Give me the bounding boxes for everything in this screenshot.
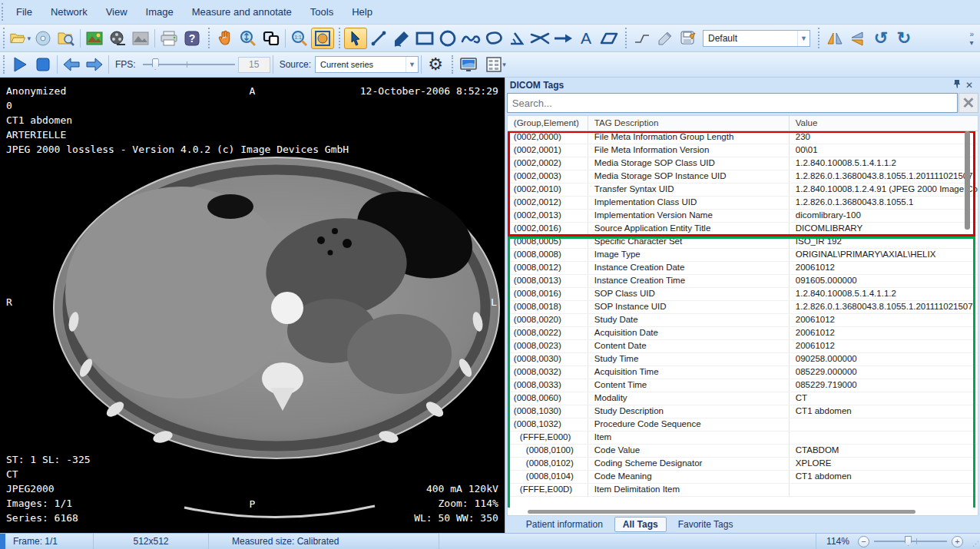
toolbar-grip[interactable] (3, 28, 7, 48)
preset-caret-icon[interactable]: ▼ (797, 31, 809, 46)
table-row[interactable]: (0008,0104)Code MeaningCT1 abdomen (508, 471, 978, 484)
table-row[interactable]: (0002,0003)Media Storage SOP Instance UI… (508, 170, 978, 184)
fullscreen-button[interactable] (457, 54, 480, 75)
table-row[interactable]: (0008,1030)Study DescriptionCT1 abdomen (508, 405, 978, 418)
copy-image-button[interactable] (129, 28, 152, 49)
zoom-slider[interactable] (874, 535, 947, 547)
toolbar-overflow-button[interactable]: »▾ (966, 30, 977, 47)
measure-line-button[interactable] (367, 28, 390, 49)
table-row[interactable]: (0002,0016)Source Application Entity Tit… (508, 223, 978, 236)
column-header-value[interactable]: Value (790, 116, 978, 131)
zoom-out-button[interactable]: − (858, 536, 869, 547)
column-header-description[interactable]: TAG Description (588, 116, 790, 131)
save-preset-button[interactable] (677, 28, 700, 49)
annotate-text-button[interactable]: A (574, 28, 598, 49)
tab-favorite-tags[interactable]: Favorite Tags (670, 517, 742, 532)
table-row[interactable]: (0008,0033)Content Time085229.719000 (508, 379, 978, 392)
rotate-left-button[interactable]: ↺ (869, 28, 892, 49)
table-row[interactable]: (0008,1032)Procedure Code Sequence (508, 418, 978, 432)
previous-frame-button[interactable] (60, 54, 83, 75)
table-row[interactable]: (0008,0102)Coding Scheme DesignatorXPLOR… (508, 458, 978, 471)
vertical-scrollbar[interactable] (965, 131, 970, 508)
tab-all-tags[interactable]: All Tags (614, 517, 667, 532)
source-caret-icon[interactable]: ▼ (406, 57, 418, 72)
measure-rectangle-button[interactable] (413, 28, 436, 49)
rotate-right-button[interactable]: ↻ (892, 28, 915, 49)
zoom-tool-button[interactable] (237, 28, 260, 49)
table-row[interactable]: (0008,0013)Instance Creation Time091605.… (508, 275, 978, 288)
line-style-button[interactable] (631, 28, 654, 49)
pan-tool-button[interactable] (214, 28, 237, 49)
table-row[interactable]: (0008,0018)SOP Instance UID1.2.826.0.1.3… (508, 301, 978, 314)
tab-patient-information[interactable]: Patient information (518, 517, 611, 532)
export-image-button[interactable] (83, 28, 106, 49)
table-row[interactable]: (0008,0020)Study Date20061012 (508, 314, 978, 327)
zoom-in-button[interactable]: + (952, 536, 963, 547)
flip-horizontal-button[interactable] (823, 28, 846, 49)
measure-cobb-angle-button[interactable] (528, 28, 551, 49)
table-row[interactable]: (0008,0008)Image TypeORIGINAL\PRIMARY\AX… (508, 249, 978, 262)
annotate-arrow-button[interactable] (551, 28, 574, 49)
fit-to-window-button[interactable] (311, 28, 334, 49)
horizontal-scrollbar[interactable] (508, 508, 978, 515)
menu-item-view[interactable]: View (97, 3, 137, 21)
table-row[interactable]: (FFFE,E000)Item (508, 432, 978, 445)
menu-item-file[interactable]: File (7, 3, 41, 21)
measure-angle-button[interactable] (505, 28, 528, 49)
table-row[interactable]: (0002,0012)Implementation Class UID1.2.8… (508, 197, 978, 210)
vertical-scrollbar-thumb[interactable] (965, 131, 970, 230)
table-row[interactable]: (0008,0060)ModalityCT (508, 392, 978, 405)
table-row[interactable]: (0008,0016)SOP Class UID1.2.840.10008.5.… (508, 288, 978, 301)
measure-open-polygon-button[interactable] (459, 28, 482, 49)
measure-closed-polygon-button[interactable] (482, 28, 505, 49)
fps-slider-thumb[interactable] (152, 58, 159, 70)
draw-pencil-button[interactable] (390, 28, 413, 49)
actual-size-button[interactable]: 1:1 (288, 28, 311, 49)
toolbar-grip[interactable] (208, 28, 212, 48)
edit-annotation-button[interactable] (654, 28, 677, 49)
help-button[interactable]: ? (180, 28, 204, 49)
table-row[interactable]: (0008,0032)Acquisition Time085229.000000 (508, 366, 978, 379)
table-row[interactable]: (0008,0023)Content Date20061012 (508, 340, 978, 353)
toolbar-grip[interactable] (452, 55, 455, 74)
pin-icon[interactable] (951, 79, 963, 91)
next-frame-button[interactable] (83, 54, 106, 75)
toolbar-grip[interactable] (3, 55, 7, 74)
window-level-button[interactable] (260, 28, 283, 49)
toolbar-grip[interactable] (625, 28, 629, 48)
stop-button[interactable] (31, 54, 55, 75)
zoom-slider-thumb[interactable] (905, 536, 912, 546)
table-row[interactable]: (0002,0013)Implementation Version Namedi… (508, 210, 978, 223)
table-row[interactable]: (0008,0100)Code ValueCTABDOM (508, 445, 978, 458)
preset-combobox[interactable]: Default ▼ (703, 30, 810, 47)
menu-item-image[interactable]: Image (137, 3, 183, 21)
resize-grip[interactable]: ⋰ (969, 534, 980, 549)
search-clear-icon[interactable]: ✕ (958, 93, 978, 113)
open-file-caret-icon[interactable]: ▾ (27, 35, 31, 42)
table-row[interactable]: (0002,0000)File Meta Information Group L… (508, 131, 978, 144)
cine-settings-button[interactable]: ⚙ (424, 54, 447, 75)
menu-item-help[interactable]: Help (343, 3, 382, 21)
series-layout-button[interactable]: ▾ (480, 54, 512, 75)
select-tool-button[interactable] (344, 28, 367, 49)
menu-item-network[interactable]: Network (41, 3, 97, 21)
measure-ellipse-button[interactable] (436, 28, 459, 49)
eraser-button[interactable] (598, 28, 621, 49)
layout-caret-icon[interactable]: ▾ (502, 61, 506, 68)
menu-item-measure-and-annotate[interactable]: Measure and annotate (183, 3, 301, 21)
table-row[interactable]: (0008,0022)Acquisition Date20061012 (508, 327, 978, 340)
play-button[interactable] (8, 54, 31, 75)
toolbar-grip[interactable] (818, 28, 822, 48)
flip-vertical-button[interactable] (846, 28, 869, 49)
search-input[interactable] (507, 93, 958, 113)
fps-slider[interactable] (143, 57, 235, 72)
source-combobox[interactable]: Current series ▼ (315, 56, 419, 73)
table-row[interactable]: (0002,0001)File Meta Information Version… (508, 144, 978, 157)
toolbar-grip[interactable] (339, 28, 343, 48)
column-header-group-element[interactable]: (Group,Element) (508, 116, 588, 131)
table-row[interactable]: (0002,0010)Transfer Syntax UID1.2.840.10… (508, 184, 978, 197)
table-row[interactable]: (FFFE,E00D)Item Delimitation Item (508, 484, 978, 497)
export-video-button[interactable] (106, 28, 129, 49)
print-button[interactable] (157, 28, 180, 49)
open-file-button[interactable]: ▾ (8, 28, 31, 49)
